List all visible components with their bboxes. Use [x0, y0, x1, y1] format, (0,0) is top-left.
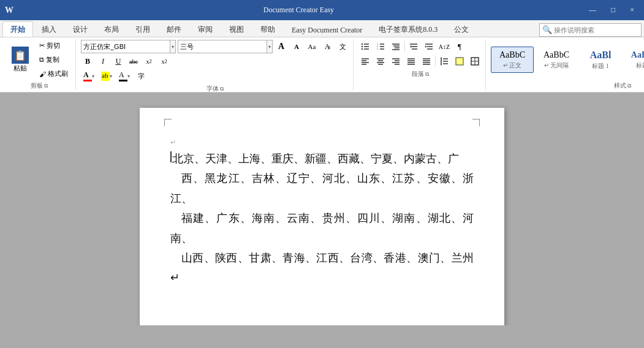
styles-expand-icon[interactable]: ⧉: [627, 83, 631, 89]
decrease-indent-button[interactable]: [407, 40, 420, 53]
format-painter-icon: 🖌: [39, 70, 46, 78]
copy-button[interactable]: ⧉ 复制: [36, 53, 72, 66]
cut-button[interactable]: ✂ 剪切: [36, 39, 72, 52]
title-bar: W Document Creator Easy — □ ×: [0, 0, 644, 20]
distribute-align-button[interactable]: [420, 55, 433, 68]
doc-line-4: 山西、陕西、甘肃、青海、江西、台湾、香港、澳门、兰州↵: [170, 248, 474, 288]
style-heading2[interactable]: AaBbC 标题 2: [623, 47, 644, 72]
tab-layout[interactable]: 布局: [96, 21, 127, 37]
sort-button[interactable]: A↕Z: [438, 40, 451, 53]
window-controls: — □ ×: [584, 4, 639, 16]
ribbon-toolbar: 📋 粘贴 ✂ 剪切 ⧉ 复制 🖌 格式刷 剪板 ⧉: [0, 37, 644, 93]
border-dropdown[interactable]: ▾: [127, 74, 130, 79]
strikethrough-button[interactable]: abc: [127, 55, 140, 68]
subscript-button[interactable]: x2: [142, 55, 156, 68]
format-painter-label: 格式刷: [48, 69, 68, 78]
styles-section: AaBbC ↵ 正文 AaBbC ↵ 无间隔 AaBl 标题 1 AaBbC 标…: [487, 39, 644, 90]
tab-references[interactable]: 引用: [127, 21, 158, 37]
font-color-button[interactable]: A ▾: [81, 69, 97, 83]
style-heading1[interactable]: AaBl 标题 1: [579, 46, 622, 74]
font-size-selector[interactable]: ▾: [178, 40, 273, 53]
svg-marker-19: [410, 45, 412, 48]
clear-format-button[interactable]: A✗: [320, 40, 334, 53]
document-content[interactable]: 北京、天津、上海、重庆、新疆、西藏、宁夏、内蒙古、广 西、黑龙江、吉林、辽宁、河…: [170, 149, 474, 288]
numbering-button[interactable]: 123: [374, 40, 387, 53]
font-row1: ▾ ▾ A A Aa A✗ 文: [81, 39, 349, 54]
borders-button[interactable]: [468, 55, 482, 68]
justify-button[interactable]: [404, 55, 418, 68]
para-row1: 123 A↕Z ¶: [358, 39, 482, 54]
svg-point-4: [362, 46, 363, 47]
font-size-dropdown[interactable]: ▾: [267, 40, 272, 53]
doc-line-2: 西、黑龙江、吉林、辽宁、河北、山东、江苏、安徽、浙江、: [170, 168, 474, 208]
svg-marker-23: [425, 45, 427, 48]
align-center-button[interactable]: [374, 55, 387, 68]
paste-label: 粘贴: [13, 64, 27, 73]
tab-insert[interactable]: 插入: [34, 21, 64, 37]
title-bar-center: Document Creator Easy: [13, 6, 584, 15]
font-name-selector[interactable]: ▾: [81, 40, 176, 53]
svg-point-3: [362, 44, 363, 45]
shading-button[interactable]: [453, 55, 466, 68]
align-right-button[interactable]: [389, 55, 403, 68]
cut-icon: ✂: [39, 42, 45, 50]
style-normal[interactable]: AaBbC ↵ 正文: [491, 47, 534, 72]
document-page[interactable]: ↵ 北京、天津、上海、重庆、新疆、西藏、宁夏、内蒙古、广 西、黑龙江、吉林、辽宁…: [140, 108, 504, 325]
ribbon-tabs: 开始 插入 设计 布局 引用 邮件 审阅 视图 帮助 Easy Document…: [0, 20, 644, 37]
multilevel-list-button[interactable]: [389, 40, 403, 53]
minimize-button[interactable]: —: [584, 4, 601, 16]
document-area: ↵ 北京、天津、上海、重庆、新疆、西藏、宁夏、内蒙古、广 西、黑龙江、吉林、辽宁…: [0, 93, 644, 325]
tab-official[interactable]: 公文: [446, 21, 477, 37]
search-input[interactable]: [554, 26, 638, 34]
font-section: ▾ ▾ A A Aa A✗ 文 B I U abc x2 x2 A: [77, 39, 354, 90]
enter-mark: ↵: [170, 138, 474, 146]
paste-button[interactable]: 📋 粘贴: [6, 44, 34, 76]
tab-easy-doc[interactable]: Easy Document Creator: [284, 23, 370, 37]
close-button[interactable]: ×: [625, 4, 639, 16]
search-box[interactable]: 🔍: [539, 23, 642, 37]
clipboard-expand-icon[interactable]: ⧉: [44, 83, 48, 89]
page-corner-tl: [164, 119, 172, 126]
underline-button[interactable]: U: [112, 55, 125, 68]
align-left-button[interactable]: [358, 55, 372, 68]
superscript-button[interactable]: x2: [157, 55, 171, 68]
font-row2: B I U abc x2 x2: [81, 54, 349, 69]
italic-button[interactable]: I: [96, 55, 110, 68]
format-painter-button[interactable]: 🖌 格式刷: [36, 67, 72, 80]
show-marks-button[interactable]: ¶: [453, 40, 466, 53]
tab-esign[interactable]: 电子签章系统8.0.3: [371, 21, 445, 37]
svg-point-5: [362, 48, 363, 50]
style-h2-preview: AaBbC: [631, 50, 644, 61]
font-size-input[interactable]: [178, 43, 267, 50]
change-case-button[interactable]: Aa: [305, 40, 319, 53]
highlight-color-button[interactable]: ab ▾: [99, 69, 115, 83]
tab-help[interactable]: 帮助: [252, 21, 283, 37]
paragraph-section: 123 A↕Z ¶: [355, 39, 486, 90]
tab-design[interactable]: 设计: [65, 21, 96, 37]
cut-label: 剪切: [47, 41, 60, 50]
tab-home[interactable]: 开始: [2, 21, 33, 37]
font-shrink-button[interactable]: A: [290, 40, 303, 53]
style-no-space[interactable]: AaBbC ↵ 无间隔: [535, 47, 578, 72]
font-expand-icon[interactable]: ⧉: [220, 86, 224, 93]
font-grow-button[interactable]: A: [275, 40, 288, 53]
bullets-button[interactable]: [358, 40, 372, 53]
chinese-layout-button[interactable]: 文: [336, 40, 349, 53]
svg-rect-50: [456, 58, 463, 65]
increase-indent-button[interactable]: [422, 40, 436, 53]
paragraph-expand-icon[interactable]: ⧉: [425, 71, 429, 78]
maximize-button[interactable]: □: [606, 4, 620, 16]
line-spacing-button[interactable]: [438, 55, 451, 68]
font-color-dropdown[interactable]: ▾: [92, 74, 94, 79]
highlight-dropdown[interactable]: ▾: [110, 74, 112, 79]
font-name-input[interactable]: [81, 43, 170, 50]
paste-icon: 📋: [12, 47, 29, 64]
phonetic-button[interactable]: 字: [134, 69, 148, 83]
clipboard-section: 📋 粘贴 ✂ 剪切 ⧉ 复制 🖌 格式刷 剪板 ⧉: [2, 39, 76, 90]
tab-view[interactable]: 视图: [221, 21, 252, 37]
tab-review[interactable]: 审阅: [190, 21, 221, 37]
font-name-dropdown[interactable]: ▾: [170, 40, 175, 53]
border-color-button[interactable]: A ▾: [116, 69, 132, 83]
bold-button[interactable]: B: [81, 55, 94, 68]
tab-mail[interactable]: 邮件: [159, 21, 189, 37]
